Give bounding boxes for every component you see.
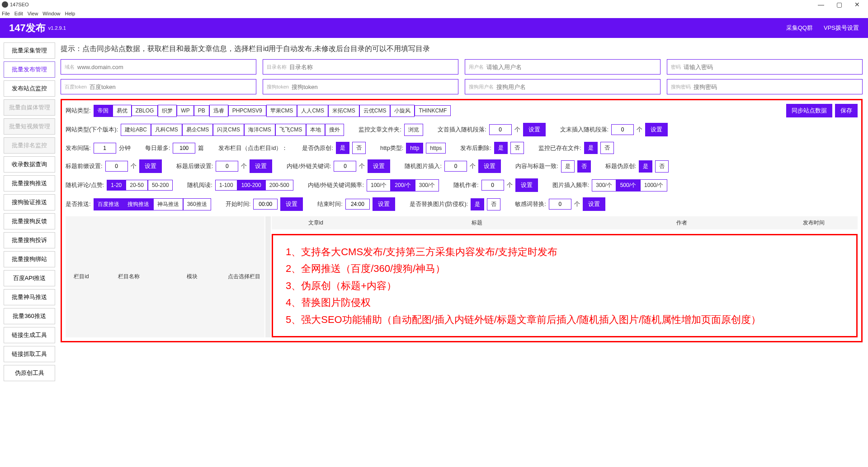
text-input[interactable] <box>90 84 252 90</box>
option-button[interactable]: 搜狗推送 <box>123 198 153 210</box>
text-input[interactable] <box>486 64 656 70</box>
sidebar-item[interactable]: 收录数据查询 <box>4 156 55 173</box>
end-insert-input[interactable] <box>611 124 634 135</box>
sensitive-set-button[interactable]: 设置 <box>583 197 605 211</box>
sidebar-item[interactable]: 批量搜狗推送 <box>4 175 55 191</box>
start-set-button[interactable]: 设置 <box>280 197 303 211</box>
replace-yes[interactable]: 是 <box>471 198 484 210</box>
option-button[interactable]: 20-50 <box>126 180 148 191</box>
text-input[interactable] <box>496 84 656 90</box>
sidebar-item[interactable]: 百度API推送 <box>4 270 55 286</box>
front-insert-input[interactable] <box>489 124 512 135</box>
text-input[interactable] <box>77 64 252 70</box>
column-header[interactable]: 栏目名称 <box>97 216 160 337</box>
https-option[interactable]: https <box>426 143 446 154</box>
sidebar-item[interactable]: 批量360推送 <box>4 308 55 324</box>
option-button[interactable]: 迅睿 <box>209 105 228 117</box>
close-button[interactable]: ✕ <box>848 1 866 8</box>
pseudo-no[interactable]: 否 <box>352 142 366 154</box>
front-set-button[interactable]: 设置 <box>523 123 546 136</box>
header-link-qq[interactable]: 采集QQ群 <box>786 24 813 32</box>
option-button[interactable]: 织梦 <box>158 105 177 117</box>
sync-button[interactable]: 同步站点数据 <box>786 104 832 117</box>
option-button[interactable]: 100/个 <box>367 179 391 191</box>
option-button[interactable]: PB <box>194 105 209 116</box>
option-button[interactable]: 搜外 <box>325 124 344 136</box>
match-yes[interactable]: 是 <box>561 160 575 173</box>
delete-no[interactable]: 否 <box>510 142 524 154</box>
option-button[interactable]: 200/个 <box>391 179 415 191</box>
option-button[interactable]: 百度推送 <box>94 198 123 210</box>
interval-input[interactable] <box>94 143 116 154</box>
option-button[interactable]: THINKCMF <box>415 105 451 116</box>
prefix-set-button[interactable]: 设置 <box>139 159 162 173</box>
option-button[interactable]: 神马推送 <box>153 198 183 210</box>
menu-file[interactable]: File <box>2 11 10 16</box>
pseudo-yes[interactable]: 是 <box>336 142 349 154</box>
sidebar-item[interactable]: 搜狗验证推送 <box>4 194 55 210</box>
option-button[interactable]: 本地 <box>306 124 325 136</box>
option-button[interactable]: 300/个 <box>415 179 439 191</box>
maximize-button[interactable]: ▢ <box>830 1 848 8</box>
suffix-set-button[interactable]: 设置 <box>250 159 272 173</box>
column-header[interactable]: 发布时间 <box>770 216 858 229</box>
replace-no[interactable]: 否 <box>487 198 500 210</box>
http-option[interactable]: http <box>406 143 423 154</box>
author-input[interactable] <box>481 180 504 191</box>
author-set-button[interactable]: 设置 <box>515 178 538 192</box>
option-button[interactable]: 360推送 <box>183 198 211 210</box>
sidebar-item[interactable]: 批量搜狗投诉 <box>4 232 55 248</box>
option-button[interactable]: 人人CMS <box>297 105 328 117</box>
option-button[interactable]: 凡科CMS <box>151 124 182 136</box>
delete-yes[interactable]: 是 <box>494 142 508 154</box>
option-button[interactable]: 易企CMS <box>182 124 213 136</box>
option-button[interactable]: 建站ABC <box>121 124 151 136</box>
column-header[interactable]: 模块 <box>160 216 224 337</box>
text-input[interactable] <box>693 84 859 90</box>
option-button[interactable]: PHPCMSV9 <box>228 105 266 116</box>
menu-window[interactable]: Window <box>42 11 60 16</box>
option-button[interactable]: 100-200 <box>237 180 265 191</box>
option-button[interactable]: 苹果CMS <box>266 105 297 117</box>
option-button[interactable]: 易优 <box>113 105 132 117</box>
prefix-input[interactable] <box>105 161 128 172</box>
daily-input[interactable] <box>173 143 195 154</box>
option-button[interactable]: 小旋风 <box>390 105 415 117</box>
option-button[interactable]: 1-20 <box>107 180 126 191</box>
menu-help[interactable]: Help <box>65 11 75 16</box>
sidebar-item[interactable]: 批量采集管理 <box>4 42 55 59</box>
option-button[interactable]: 飞飞CMS <box>275 124 307 136</box>
titlepseudo-no[interactable]: 否 <box>655 160 669 173</box>
sidebar-item[interactable]: 链接抓取工具 <box>4 346 55 362</box>
option-button[interactable]: 闪灵CMS <box>213 124 244 136</box>
sensitive-input[interactable] <box>549 199 571 210</box>
text-input[interactable] <box>684 64 859 70</box>
start-time-input[interactable] <box>253 199 278 210</box>
text-input[interactable] <box>292 84 454 90</box>
option-button[interactable]: ZBLOG <box>132 105 158 116</box>
save-button[interactable]: 保存 <box>835 104 858 117</box>
end-set-button[interactable]: 设置 <box>373 197 395 211</box>
menu-edit[interactable]: Edit <box>14 11 23 16</box>
option-button[interactable]: 1000/个 <box>640 179 667 191</box>
option-button[interactable]: 1-100 <box>215 180 237 191</box>
scrollbar-icon[interactable] <box>265 216 271 337</box>
column-header[interactable]: 栏目id <box>66 216 97 337</box>
monexist-no[interactable]: 否 <box>600 142 614 154</box>
img-insert-set-button[interactable]: 设置 <box>478 159 501 173</box>
suffix-input[interactable] <box>216 161 238 172</box>
browse-button[interactable]: 浏览 <box>404 124 423 136</box>
sidebar-item[interactable]: 批量神马推送 <box>4 289 55 305</box>
match-no[interactable]: 否 <box>577 160 591 173</box>
end-set-button[interactable]: 设置 <box>645 123 668 136</box>
option-button[interactable]: WP <box>177 105 193 116</box>
column-header[interactable]: 作者 <box>594 216 770 229</box>
option-button[interactable]: 300/个 <box>592 179 616 191</box>
option-button[interactable]: 帝国 <box>94 105 113 117</box>
sidebar-item[interactable]: 批量搜狗绑站 <box>4 251 55 267</box>
column-header[interactable]: 标题 <box>359 216 594 229</box>
column-header[interactable]: 文章id <box>272 216 359 229</box>
img-insert-input[interactable] <box>444 161 467 172</box>
link-kw-input[interactable] <box>334 161 356 172</box>
option-button[interactable]: 云优CMS <box>359 105 391 117</box>
